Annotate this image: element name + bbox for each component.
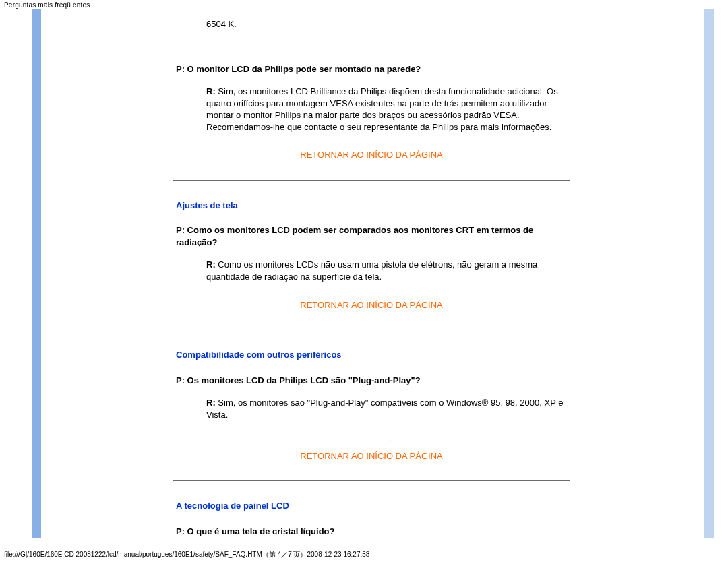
answer-2: R: Como os monitores LCDs não usam uma p… [176,259,574,282]
question-1: P: O monitor LCD da Philips pode ser mon… [176,63,684,75]
return-to-top-2: RETORNAR AO INÍCIO DA PÁGINA [173,299,570,311]
right-accent-band [704,9,714,538]
answer-1: R: Sim, os monitores LCD Brilliance da P… [176,86,574,133]
return-to-top-1: RETORNAR AO INÍCIO DA PÁGINA [173,149,570,161]
return-to-top-link[interactable]: RETORNAR AO INÍCIO DA PÁGINA [300,451,442,461]
answer-text: Sim, os monitores são "Plug-and-Play" co… [206,398,563,420]
footer-file-path: file:///G|/160E/160E CD 20081222/lcd/man… [4,550,369,559]
return-to-top-3: RETORNAR AO INÍCIO DA PÁGINA [173,450,570,462]
question-prefix: P: [176,526,185,536]
dot-separator: . [176,433,574,445]
divider-short [295,44,565,44]
question-prefix: P: [176,64,185,74]
return-to-top-link[interactable]: RETORNAR AO INÍCIO DA PÁGINA [300,150,442,160]
question-4: P: O que é uma tela de cristal líquido? [176,526,684,538]
return-to-top-link[interactable]: RETORNAR AO INÍCIO DA PÁGINA [300,300,442,310]
answer-prefix: R: [206,398,216,408]
divider-wide-1 [173,180,570,181]
section-title-adjustments: Ajustes de tela [176,199,684,212]
answer-text: Sim, os monitores LCD Brilliance da Phil… [206,86,558,132]
divider-wide-2 [173,330,570,330]
answer-3: R: Sim, os monitores são "Plug-and-Play"… [176,397,574,420]
answer-prefix: R: [206,259,216,270]
question-3: P: Os monitores LCD da Philips LCD são "… [176,375,684,387]
question-text: Como os monitores LCD podem ser comparad… [176,225,533,247]
section-title-compatibility: Compatibilidade com outros periféricos [176,349,684,361]
question-text: O que é uma tela de cristal líquido? [185,526,335,536]
page-header: Perguntas mais freqü entes [0,0,728,9]
left-accent-band [32,9,41,538]
page-body-wrapper: 6504 K. P: O monitor LCD da Philips pode… [0,9,728,538]
divider-wide-3 [173,480,570,481]
previous-answer-tail: 6504 K. [176,9,684,30]
question-text: Os monitores LCD da Philips LCD são "Plu… [185,375,421,385]
answer-text: Como os monitores LCDs não usam uma pist… [206,259,537,282]
question-2: P: Como os monitores LCD podem ser compa… [176,224,553,248]
section-title-lcd-tech: A tecnologia de painel LCD [176,500,684,512]
question-prefix: P: [176,375,185,385]
question-prefix: P: [176,225,185,235]
content-area: 6504 K. P: O monitor LCD da Philips pode… [41,9,704,538]
answer-prefix: R: [206,86,216,96]
question-text: O monitor LCD da Philips pode ser montad… [185,64,421,74]
